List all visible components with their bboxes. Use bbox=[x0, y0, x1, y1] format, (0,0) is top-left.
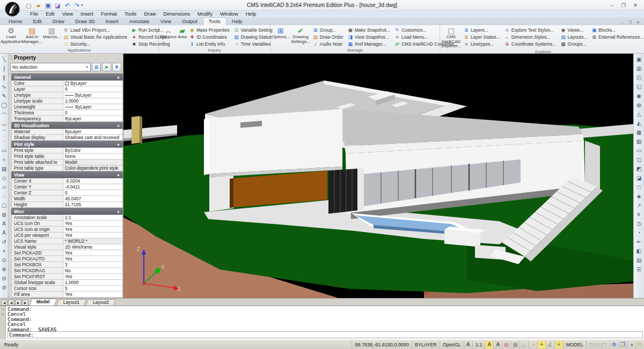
layout-tab-layout1[interactable]: Layout1 bbox=[56, 299, 86, 306]
menu-item-help[interactable]: Help bbox=[243, 11, 260, 17]
tool-icon[interactable]: ≈ bbox=[3, 155, 6, 164]
tool-icon[interactable]: ◌ bbox=[3, 192, 6, 201]
tab-nav-button[interactable]: ▶ bbox=[15, 300, 21, 306]
property-value[interactable]: ByLayer bbox=[63, 104, 122, 110]
property-value[interactable]: 2D Wireframe bbox=[63, 244, 122, 250]
minimize-button[interactable]: – bbox=[606, 2, 617, 9]
selection-dropdown[interactable]: No selection ▼ bbox=[10, 63, 91, 71]
tool-icon[interactable]: ▤ bbox=[636, 256, 641, 265]
property-value[interactable]: 1:1 bbox=[63, 215, 122, 220]
collapse-arrow-icon[interactable]: ▲ bbox=[116, 123, 120, 127]
property-value[interactable]: None bbox=[63, 154, 122, 159]
ribbon-tab-draw[interactable]: Draw bbox=[47, 18, 70, 25]
section-header-misc[interactable]: Misc▲ bbox=[11, 208, 123, 215]
tool-icon[interactable]: ∫ bbox=[3, 64, 5, 73]
tool-icon[interactable]: ◩ bbox=[636, 164, 641, 173]
menu-item-view[interactable]: View bbox=[59, 11, 76, 17]
id-coordinates-item[interactable]: ✚ID Coordinates bbox=[188, 33, 231, 40]
draw-order-item[interactable]: ▤Draw Order bbox=[311, 33, 345, 40]
mdi-minimize-button[interactable]: – bbox=[618, 19, 626, 25]
linetypes-item[interactable]: ≡Linetypes... bbox=[462, 40, 502, 47]
tool-icon[interactable]: ◍ bbox=[636, 100, 641, 110]
menu-item-dimensions[interactable]: Dimensions bbox=[160, 11, 193, 17]
property-value[interactable]: ByLayer bbox=[63, 92, 122, 98]
annotation-scale-value[interactable]: 1:1 bbox=[472, 341, 485, 348]
save-as-icon[interactable]: ◪ bbox=[54, 2, 62, 9]
property-value[interactable]: -5.0204 bbox=[63, 178, 122, 184]
options-button[interactable]: ⊞Options... bbox=[272, 26, 290, 47]
ortho-icon[interactable]: ∟ bbox=[519, 341, 529, 348]
tool-icon[interactable]: ▢ bbox=[2, 201, 6, 210]
audio-note-item[interactable]: ♪Audio Note bbox=[311, 40, 345, 47]
menu-item-draw[interactable]: Draw bbox=[141, 11, 159, 17]
restore-button[interactable]: ❐ bbox=[618, 2, 629, 9]
entity-snap-icon[interactable]: + bbox=[537, 341, 546, 348]
close-icon[interactable]: ✕ bbox=[2, 308, 4, 311]
settings-gear-icon[interactable]: ⚙ bbox=[610, 341, 618, 348]
ribbon-tab-home[interactable]: Home bbox=[3, 18, 27, 25]
annotation-scale-icon[interactable]: A bbox=[464, 341, 472, 348]
tool-icon[interactable]: ☰ bbox=[636, 265, 641, 274]
tablet-toggle[interactable]: TABLET bbox=[586, 341, 610, 348]
coordinate-systems-item[interactable]: ⊕Coordinate Systems... bbox=[503, 40, 558, 47]
menu-item-file[interactable]: File bbox=[27, 11, 41, 17]
tool-icon[interactable]: ▧ bbox=[636, 137, 641, 146]
select-entities-button[interactable]: ➤ bbox=[102, 63, 111, 71]
area-button[interactable]: ▰Area bbox=[178, 26, 187, 47]
ribbon-tab-insert[interactable]: Insert bbox=[100, 18, 124, 25]
tool-icon[interactable]: ▦ bbox=[636, 128, 641, 137]
group-item[interactable]: ⊞Group... bbox=[311, 26, 345, 33]
mail-icon[interactable]: ✉ bbox=[635, 341, 644, 348]
grid-icon[interactable]: ▦ bbox=[510, 341, 519, 348]
property-value[interactable]: Yes bbox=[63, 232, 122, 238]
quick-access-menu-arrow[interactable]: ▾ bbox=[81, 3, 83, 8]
visual-basic-item[interactable]: ▤Visual Basic for Applications bbox=[62, 33, 129, 40]
layout-tab-model[interactable]: Model bbox=[30, 299, 57, 306]
mdi-restore-button[interactable]: ❐ bbox=[626, 19, 634, 25]
tool-icon[interactable]: ◪ bbox=[636, 173, 641, 183]
tool-icon[interactable]: ▥ bbox=[636, 64, 641, 73]
tool-icon[interactable]: ◍ bbox=[2, 210, 6, 219]
tool-icon[interactable]: ▱ bbox=[2, 183, 6, 192]
tool-icon[interactable]: ▣ bbox=[636, 55, 641, 64]
add-in-manager-button[interactable]: ▤Add-In Manager... bbox=[22, 26, 42, 47]
intellicad-explorer-button[interactable]: ▢CMS IntelliCAD Explorer... bbox=[441, 26, 461, 49]
ribbon-tab-view[interactable]: View bbox=[155, 18, 177, 25]
tool-icon[interactable]: ⊘ bbox=[2, 283, 6, 292]
command-input[interactable]: Command: bbox=[8, 331, 643, 338]
drawing-status-item[interactable]: ▤Drawing Status bbox=[232, 33, 274, 40]
snap-icon[interactable]: ◎ bbox=[502, 341, 510, 348]
property-value[interactable]: Color-dependent print style bbox=[63, 165, 122, 171]
model-viewport[interactable]: Z Y X bbox=[123, 54, 633, 298]
ribbon-tab-help[interactable]: Help bbox=[226, 18, 248, 25]
section-header-view[interactable]: View▲ bbox=[11, 171, 123, 178]
property-value[interactable]: Yes bbox=[63, 292, 122, 297]
groups-item[interactable]: ▦Groups... bbox=[559, 40, 589, 47]
property-value[interactable]: 1.0000 bbox=[63, 98, 122, 104]
tool-icon[interactable]: A bbox=[2, 228, 6, 237]
menu-item-format[interactable]: Format bbox=[98, 11, 120, 17]
property-value[interactable]: ByLayer bbox=[63, 129, 122, 134]
mass-properties-item[interactable]: ◉Mass Properties bbox=[188, 26, 231, 33]
tool-icon[interactable]: ◡ bbox=[2, 119, 6, 128]
opengl-indicator[interactable]: OpenGL bbox=[440, 341, 464, 348]
layouts-item[interactable]: ▤Layouts... bbox=[559, 33, 589, 40]
time-variables-item[interactable]: ◔Time Variables bbox=[232, 40, 274, 47]
tool-icon[interactable]: ◭ bbox=[637, 119, 641, 128]
tool-icon[interactable]: ✎ bbox=[2, 91, 6, 100]
tool-icon[interactable]: ◱ bbox=[636, 82, 641, 91]
quick-select-button[interactable]: ⊞ bbox=[92, 63, 101, 71]
close-button[interactable]: ✕ bbox=[630, 2, 641, 9]
ribbon-tab-output[interactable]: Output bbox=[177, 18, 203, 25]
tool-icon[interactable]: ⊙ bbox=[2, 256, 6, 265]
menu-item-tools[interactable]: Tools bbox=[121, 11, 140, 17]
property-value[interactable]: Model bbox=[63, 159, 122, 165]
tool-icon[interactable]: ∿ bbox=[2, 82, 6, 91]
section-header-plot-style[interactable]: Plot style▲ bbox=[11, 141, 123, 148]
layout-tab-layout2[interactable]: Layout2 bbox=[86, 299, 116, 306]
mdi-close-button[interactable]: ✕ bbox=[634, 19, 642, 25]
load-application-button[interactable]: ⚙Load Application bbox=[1, 26, 21, 47]
property-value[interactable]: 0 bbox=[63, 110, 122, 115]
chevron-down-icon[interactable]: ▾ bbox=[2, 313, 4, 317]
property-value[interactable]: Yes bbox=[63, 221, 122, 226]
